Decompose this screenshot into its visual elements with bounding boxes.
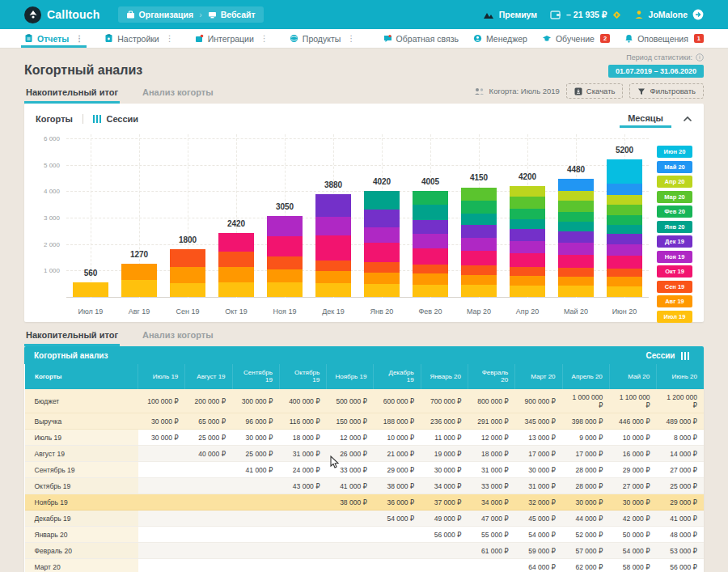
bar-segment[interactable] — [315, 271, 351, 283]
download-button[interactable]: Скачать — [566, 83, 624, 99]
bar-segment[interactable] — [510, 229, 545, 241]
stacked-bar[interactable] — [413, 191, 448, 297]
bar-segment[interactable] — [461, 188, 497, 201]
legend-item[interactable]: Май 20 — [657, 161, 692, 173]
nav-item-reports[interactable]: Отчеты⋮ — [24, 29, 83, 48]
bar-segment[interactable] — [267, 216, 303, 236]
bar-segment[interactable] — [315, 235, 351, 261]
bar-segment[interactable] — [558, 268, 594, 276]
stacked-bar[interactable] — [267, 216, 303, 297]
table-row[interactable]: Сентябрь 1941 000 ₽24 000 ₽33 000 ₽29 00… — [25, 462, 705, 478]
nav-item-feedback[interactable]: Обратная связь — [383, 29, 459, 48]
bar-segment[interactable] — [413, 191, 448, 204]
kebab-icon[interactable]: ⋮ — [347, 34, 355, 43]
table-row[interactable]: Июль 1930 000 ₽25 000 ₽30 000 ₽18 000 ₽1… — [25, 430, 705, 446]
bar-segment[interactable] — [461, 214, 497, 225]
nav-item-education[interactable]: Обучение 2 — [542, 29, 610, 48]
table-row[interactable]: Март 2064 000 ₽62 000 ₽58 000 ₽56 000 ₽ — [25, 559, 705, 572]
user-account[interactable]: JoMalone — [634, 9, 704, 20]
bar-segment[interactable] — [413, 265, 448, 274]
legend-item[interactable]: Ноя 19 — [657, 251, 692, 263]
period-date-range[interactable]: 01.07.2019 – 31.06.2020 — [608, 65, 704, 78]
cohort-selector[interactable]: Когорта: Июль 2019 — [474, 87, 560, 95]
bar-segment[interactable] — [607, 244, 642, 256]
nav-item-manager[interactable]: Менеджер — [473, 29, 527, 48]
bar-segment[interactable] — [607, 225, 642, 234]
bar-segment[interactable] — [364, 284, 400, 297]
bar-segment[interactable] — [558, 201, 594, 212]
logout-icon[interactable] — [692, 9, 704, 20]
bar-segment[interactable] — [73, 282, 108, 297]
nav-item-integrations[interactable]: Интеграции⋮ — [195, 29, 269, 48]
stacked-bar[interactable] — [73, 282, 108, 297]
legend-item[interactable]: Мар 20 — [657, 191, 692, 203]
kebab-icon[interactable]: ⋮ — [75, 34, 83, 43]
columns-icon[interactable] — [681, 352, 690, 360]
nav-item-notifications[interactable]: Оповещения 1 — [624, 29, 704, 48]
bar-segment[interactable] — [607, 205, 642, 215]
bar-segment[interactable] — [510, 241, 545, 253]
stacked-bar[interactable] — [510, 186, 545, 297]
bar-segment[interactable] — [413, 220, 448, 234]
bar-segment[interactable] — [558, 255, 594, 268]
bar-segment[interactable] — [267, 256, 303, 269]
stacked-bar[interactable] — [121, 264, 157, 297]
table-row[interactable]: Ноябрь 1938 000 ₽36 000 ₽37 000 ₽34 000 … — [25, 494, 705, 511]
stacked-bar[interactable] — [364, 191, 400, 297]
stacked-bar[interactable] — [315, 194, 351, 297]
bar-segment[interactable] — [510, 276, 545, 286]
bar-segment[interactable] — [558, 179, 594, 191]
bar-segment[interactable] — [510, 186, 545, 197]
bar-segment[interactable] — [558, 286, 594, 297]
bar-segment[interactable] — [461, 201, 497, 214]
legend-item[interactable]: Сен 19 — [657, 281, 692, 293]
balance[interactable]: – 21 935 ₽ — [550, 10, 620, 19]
legend-item[interactable]: Фев 20 — [657, 205, 692, 218]
legend-item[interactable]: Авг 19 — [657, 295, 692, 307]
bar-segment[interactable] — [413, 273, 448, 284]
bar-segment[interactable] — [510, 209, 545, 219]
bar-segment[interactable] — [315, 283, 351, 297]
legend-item[interactable]: Янв 20 — [657, 221, 692, 233]
stacked-bar[interactable] — [218, 233, 254, 297]
bar-segment[interactable] — [364, 273, 400, 284]
cohorts-toggle[interactable]: Когорты — [36, 114, 73, 124]
bar-segment[interactable] — [315, 261, 351, 272]
bar-segment[interactable] — [413, 205, 448, 220]
legend-item[interactable]: Окт 19 — [657, 265, 692, 278]
bar-segment[interactable] — [607, 184, 642, 195]
table-row[interactable]: Октябрь 1943 000 ₽41 000 ₽38 000 ₽34 000… — [25, 478, 705, 494]
bar-segment[interactable] — [558, 243, 594, 255]
tab-months[interactable]: Месяцы — [620, 110, 671, 128]
table-row[interactable]: Август 1940 000 ₽25 000 ₽31 000 ₽26 000 … — [25, 446, 705, 462]
stacked-bar[interactable] — [558, 179, 594, 297]
bar-segment[interactable] — [558, 277, 594, 286]
filter-button[interactable]: Фильтровать — [629, 83, 704, 99]
stacked-bar[interactable] — [461, 188, 497, 298]
bar-segment[interactable] — [218, 233, 254, 252]
sessions-toggle[interactable]: Сессии — [106, 114, 138, 124]
bar-segment[interactable] — [558, 222, 594, 231]
bar-segment[interactable] — [315, 194, 351, 217]
calltouch-logo[interactable]: Calltouch — [24, 6, 100, 23]
bar-segment[interactable] — [121, 264, 157, 280]
legend-item[interactable]: Дек 19 — [657, 235, 692, 248]
bar-segment[interactable] — [461, 285, 497, 297]
bar-segment[interactable] — [510, 219, 545, 229]
table-row[interactable]: Бюджет100 000 ₽200 000 ₽300 000 ₽400 000… — [25, 389, 705, 413]
bar-segment[interactable] — [607, 215, 642, 225]
bar-segment[interactable] — [510, 286, 545, 297]
bar-segment[interactable] — [267, 236, 303, 256]
bar-segment[interactable] — [558, 212, 594, 222]
nav-item-products[interactable]: Продукты⋮ — [290, 29, 355, 48]
bar-segment[interactable] — [461, 251, 497, 265]
table-row[interactable]: Февраль 2061 000 ₽59 000 ₽57 000 ₽54 000… — [25, 543, 705, 559]
bar-segment[interactable] — [413, 248, 448, 265]
legend-item[interactable]: Апр 20 — [657, 176, 692, 188]
bar-segment[interactable] — [170, 249, 205, 267]
legend-item[interactable]: Июл 19 — [657, 311, 692, 323]
bar-segment[interactable] — [121, 280, 157, 297]
bar-segment[interactable] — [607, 195, 642, 205]
tab-cohort-analysis[interactable]: Анализ когорты — [141, 83, 215, 104]
bar-segment[interactable] — [170, 283, 205, 297]
